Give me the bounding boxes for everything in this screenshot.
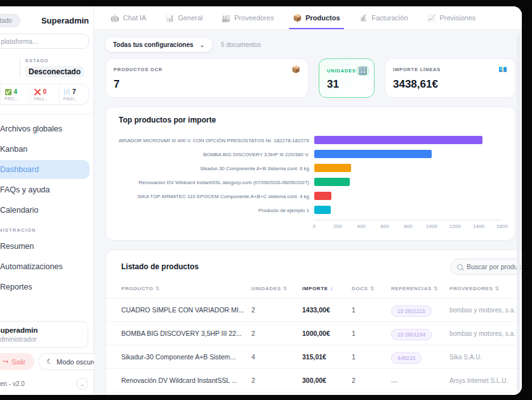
- tab-chat-ia[interactable]: 🤖Chat IA: [110, 6, 146, 29]
- column-label: REFERENCIAS: [391, 286, 432, 291]
- general-icon: 📊: [165, 14, 174, 22]
- language-toggle-button[interactable]: ⌄: [76, 378, 88, 390]
- reference-badge: 448215: [391, 352, 422, 364]
- tab-label: Productos: [305, 14, 340, 22]
- stat-chip-value: ✅4: [4, 88, 27, 95]
- stat-card-importe-l-neas: IMPORTE LÍNEAS💶3438,61€: [385, 58, 515, 98]
- stat-card-top: UNIDADES🔢: [327, 65, 366, 76]
- profile-card: Superadmin Administrador: [0, 321, 88, 348]
- app-window: Desconectado Superadmin OS ESTADO Descon…: [0, 6, 522, 395]
- main-area: 🤖Chat IA📊General🏭Proveedores📦Productos💰F…: [94, 6, 522, 395]
- table-row[interactable]: BOMBA BIG DISCOVERY 3,5HP III 22...21000…: [106, 321, 522, 345]
- column-header-referencias[interactable]: REFERENCIAS⇅: [391, 286, 449, 291]
- chip-label: PRO...: [4, 97, 27, 101]
- sidebar-item-automatizaciones[interactable]: Automatizaciones: [0, 257, 90, 276]
- stat-card-icon: 🔢: [356, 65, 370, 76]
- chart-bar-label: SIKA TOP ARMATEC 110 EPOCEM Componente A…: [119, 194, 309, 199]
- logout-button[interactable]: ↪ Salir: [0, 353, 34, 370]
- chart-axis-tick: 1400: [473, 223, 484, 229]
- sidebar-item-faqs-y-ayuda[interactable]: FAQs y ayuda: [0, 180, 90, 199]
- tab-proveedores[interactable]: 🏭Proveedores: [222, 6, 274, 29]
- top-products-chart-panel: Top productos por importe IPLE CON VARIA…: [105, 107, 515, 241]
- sidebar-item-kanban[interactable]: Kanban: [0, 140, 90, 159]
- chart-row: SIKA TOP ARMATEC 110 EPOCEM Componente A…: [119, 189, 502, 203]
- chart-axis-tick: 1600: [496, 223, 508, 229]
- chart-axis-tick: 600: [380, 223, 389, 229]
- chart-bar[interactable]: [314, 150, 432, 158]
- chart-axis-tick: 400: [357, 223, 365, 229]
- table-row[interactable]: Sikadur-30 Componente A+B Sistem...4315,…: [106, 345, 522, 368]
- sidebar-item-calendario[interactable]: Calendario: [0, 201, 90, 220]
- chart-bar[interactable]: [314, 178, 350, 186]
- column-header-unidades[interactable]: UNIDADES⇅: [251, 286, 302, 291]
- sort-icon: ⇅: [155, 286, 159, 291]
- table-row[interactable]: Renovación DV Wildcard InstantSSL ...230…: [106, 368, 522, 392]
- stat-chip: 📄7PÁGI...: [59, 84, 88, 104]
- cell-unidades: 2: [251, 306, 302, 314]
- table-body: CUADRO SIMPLE CON VARIADOR MI...21433,00…: [106, 298, 522, 395]
- tab-general[interactable]: 📊General: [165, 6, 203, 29]
- chart-row: Renovación DV Wildcard InstantSSL abcgur…: [119, 175, 502, 189]
- chart-row: Sikadur-30 Componente A+B Sistema cont. …: [119, 161, 502, 175]
- chart-bar[interactable]: [314, 206, 331, 214]
- sidebar-item-dashboard[interactable]: Dashboard: [0, 160, 90, 179]
- table-search: [450, 258, 522, 275]
- sidebar-item-archivos-globales[interactable]: Archivos globales: [0, 119, 90, 138]
- cell-unidades: 2: [251, 377, 302, 384]
- cell-producto: Sikadur-30 Componente A+B Sistem...: [121, 353, 251, 361]
- scrollbar[interactable]: [517, 33, 520, 391]
- sidebar-nav: Archivos globalesKanbanDashboardFAQs y a…: [0, 117, 93, 221]
- profile-name: Superadmin: [0, 326, 81, 334]
- cell-proveedores: bombas y motores, s.a.: [449, 307, 516, 314]
- chart-bar[interactable]: [314, 192, 331, 200]
- stat-chip: ❌0FALL...: [30, 84, 59, 104]
- configurations-dropdown[interactable]: Todas tus configuraciones ⌄: [105, 37, 212, 52]
- chart-bar-track: [314, 133, 502, 147]
- logout-icon: ↪: [3, 357, 8, 366]
- column-label: DOCS: [352, 286, 368, 291]
- status-col-left: OS: [0, 58, 20, 77]
- chart-bar-label: Renovación DV Wildcard InstantSSL abcgur…: [119, 180, 309, 185]
- status-left-label: OS: [0, 58, 15, 63]
- table-row[interactable]: CUADRO SIMPLE CON VARIADOR MI...21433,00…: [106, 298, 522, 321]
- cell-importe: 1433,00€: [302, 306, 352, 314]
- stat-card-value: 31: [327, 78, 366, 91]
- chip-icon: 📄: [63, 89, 70, 95]
- tab-bar: 🤖Chat IA📊General🏭Proveedores📦Productos💰F…: [94, 6, 522, 30]
- cell-unidades: 4: [251, 353, 302, 361]
- status-col-estado: ESTADO Desconectado: [20, 58, 89, 77]
- moon-icon: ☾: [46, 357, 53, 366]
- cell-producto: CUADRO SIMPLE CON VARIADOR MI...: [121, 306, 251, 314]
- stat-card-unidades: UNIDADES🔢31: [319, 58, 375, 98]
- tab-facturaci-n[interactable]: 💰Facturación: [359, 6, 408, 29]
- column-header-proveedores[interactable]: PROVEEDORES⇅: [449, 286, 516, 291]
- cell-proveedores: Sika S.A.U.: [449, 354, 516, 361]
- column-header-importe[interactable]: IMPORTE↓: [302, 285, 352, 291]
- table-search-input[interactable]: [467, 263, 521, 270]
- chart-axis-tick: 200: [333, 223, 342, 229]
- sidebar: Desconectado Superadmin OS ESTADO Descon…: [0, 6, 94, 395]
- sort-icon: ⇅: [434, 286, 438, 291]
- tab-productos[interactable]: 📦Productos: [293, 6, 340, 29]
- sort-icon: ⇅: [495, 286, 499, 291]
- chart-bar[interactable]: [314, 136, 482, 144]
- cell-docs: 2: [352, 377, 391, 384]
- stat-chip: ✅4PRO...: [0, 84, 29, 104]
- column-label: IMPORTE: [302, 286, 328, 291]
- chart-bar-track: [314, 189, 502, 203]
- cell-importe: 315,01€: [302, 353, 352, 361]
- column-header-producto[interactable]: PRODUCTO⇅: [121, 286, 251, 291]
- tab-previsiones[interactable]: 📈Previsiones: [427, 6, 476, 29]
- chart-bar-label: IPLE CON VARIADOR MICROVAR III 400 V. CO…: [119, 138, 309, 143]
- chart-axis-tick: 800: [404, 223, 412, 229]
- sidebar-item-reportes[interactable]: Reportes: [0, 277, 90, 297]
- chart-bar[interactable]: [314, 164, 351, 172]
- facturaci-n-icon: 💰: [359, 14, 368, 22]
- platform-search-input[interactable]: [0, 34, 89, 49]
- cell-proveedores: Arsys Internet S.L.U.: [449, 377, 516, 384]
- estado-value: Desconectado: [25, 66, 84, 77]
- content-scroll-area[interactable]: Todas tus configuraciones ⌄ 5 documentos…: [94, 30, 522, 395]
- column-header-docs[interactable]: DOCS⇅: [352, 286, 391, 291]
- table-row[interactable]: SIKA TOP ARMATEC 110 EPOCEM Co...6148,10…: [106, 392, 522, 395]
- sidebar-item-resumen[interactable]: Resumen: [0, 237, 90, 256]
